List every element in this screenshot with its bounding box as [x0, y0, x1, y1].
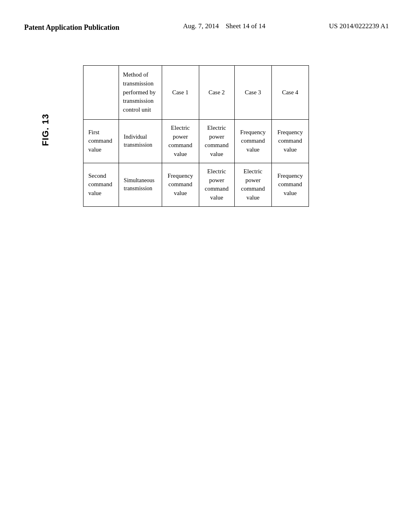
header-cell-case3: Case 3 [234, 66, 271, 120]
header-cell-empty [83, 66, 119, 120]
sheet-info: Sheet 14 of 14 [225, 22, 265, 30]
row2-case1: Frequencycommandvalue [162, 163, 199, 206]
publication-date: Aug. 7, 2014 [183, 22, 219, 30]
row1-label: Firstcommandvalue [83, 119, 119, 163]
header-cell-case1: Case 1 [162, 66, 199, 120]
header-cell-method: Method oftransmissionperformed bytransmi… [119, 66, 162, 120]
patent-publication-label: Patent Application Publication [24, 22, 119, 33]
main-content: FIG. 13 Method oftransmissionperformed b… [0, 41, 413, 231]
row2-case4: Frequencycommandvalue [271, 163, 309, 206]
row2-case2: Electricpowercommandvalue [199, 163, 234, 206]
table-header-row: Method oftransmissionperformed bytransmi… [83, 66, 309, 120]
row1-case2: Electricpowercommandvalue [199, 119, 234, 163]
row1-method: Individualtransmission [119, 119, 162, 163]
row2-case3: Electricpowercommandvalue [234, 163, 271, 206]
header-center: Aug. 7, 2014 Sheet 14 of 14 [183, 22, 265, 30]
patent-number: US 2014/0222239 A1 [329, 22, 389, 30]
page: Patent Application Publication Aug. 7, 2… [0, 0, 413, 532]
page-header: Patent Application Publication Aug. 7, 2… [0, 0, 413, 41]
header-cell-case4: Case 4 [271, 66, 309, 120]
table-row: Secondcommandvalue Simultaneoustransmiss… [83, 163, 309, 206]
data-table: Method oftransmissionperformed bytransmi… [83, 65, 309, 207]
table-row: Firstcommandvalue Individualtransmission… [83, 119, 309, 163]
row1-case3: Frequencycommandvalue [234, 119, 271, 163]
row2-label: Secondcommandvalue [83, 163, 119, 206]
header-cell-case2: Case 2 [199, 66, 234, 120]
row1-case4: Frequencycommandvalue [271, 119, 309, 163]
row2-method: Simultaneoustransmission [119, 163, 162, 206]
row1-case1: Electricpowercommandvalue [162, 119, 199, 163]
table-container: Method oftransmissionperformed bytransmi… [83, 65, 389, 207]
figure-label: FIG. 13 [40, 114, 51, 146]
